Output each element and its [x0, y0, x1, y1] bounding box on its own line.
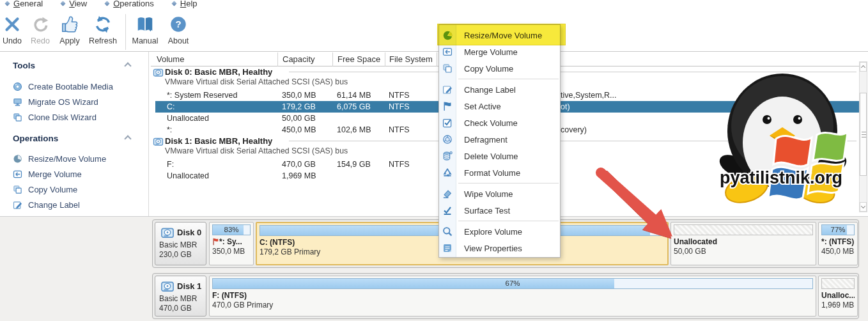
partition-label: *: Sy...	[219, 237, 242, 246]
column-free-space[interactable]: Free Space	[337, 54, 380, 64]
partition-label: Unallocated	[674, 237, 813, 246]
pencil-icon	[442, 84, 453, 95]
sidebar-item-clone-disk-wizard[interactable]: Clone Disk Wizard	[0, 109, 149, 125]
sidebar-item-copy-volume[interactable]: Copy Volume	[0, 182, 149, 197]
menu-help[interactable]: Help	[172, 0, 198, 8]
chevron-down-icon	[861, 204, 865, 208]
sidebar-item-merge-volume[interactable]: Merge Volume	[0, 166, 149, 182]
partition-size: 470,0 GB Primary	[212, 301, 813, 309]
refresh-icon	[84, 13, 121, 36]
scrollbar-thumb[interactable]	[860, 93, 867, 176]
disc-icon	[13, 82, 22, 91]
context-item-resize-move-volume[interactable]: Resize/Move Volume	[439, 27, 560, 43]
refresh-button[interactable]: Refresh	[84, 13, 121, 45]
surface-test-icon	[442, 205, 453, 215]
disk-icon	[153, 136, 164, 147]
sidebar-item-change-label[interactable]: Change Label	[0, 197, 149, 212]
context-item-format-volume[interactable]: Format Volume	[439, 164, 560, 181]
menu-help-label: Help	[180, 0, 198, 8]
sidebar-item-resize-move-volume[interactable]: Resize/Move Volume	[0, 151, 149, 166]
partition-size: 350,0 MB	[212, 247, 251, 256]
sidebar-item-label: Create Bootable Media	[28, 82, 113, 91]
menu-operations[interactable]: Operations	[105, 0, 154, 8]
properties-icon	[442, 243, 453, 253]
migrate-icon	[13, 97, 22, 107]
context-item-wipe-volume[interactable]: Wipe Volume	[439, 185, 560, 202]
refresh-label: Refresh	[84, 36, 121, 45]
sidebar-section-operations: Operations	[13, 134, 58, 143]
context-item-copy-volume[interactable]: Copy Volume	[439, 60, 560, 77]
context-item-delete-volume[interactable]: Delete Volume	[439, 148, 560, 164]
sidebar-item-label: Merge Volume	[28, 169, 82, 179]
vertical-scrollbar[interactable]	[859, 61, 867, 212]
context-item-check-volume[interactable]: Check Volume	[439, 114, 560, 131]
apply-button[interactable]: Apply	[56, 13, 83, 45]
menu-diamond-icon	[4, 1, 10, 6]
sidebar-item-label: Copy Volume	[28, 185, 77, 194]
context-item-surface-test[interactable]: Surface Test	[439, 202, 560, 219]
unallocated-bar	[674, 224, 813, 235]
context-item-explore-volume[interactable]: Explore Volume	[439, 223, 560, 240]
redo-label: Redo	[28, 36, 52, 45]
menu-separator	[458, 221, 559, 221]
context-item-change-label[interactable]: Change Label	[439, 81, 560, 98]
partition-label: *: (NTFS)	[821, 237, 855, 246]
disk1-subtitle: VMware Virtual disk Serial Attached SCSI…	[165, 146, 348, 155]
disk1-bar-row: Disk 1 Basic MBR 470,0 GB 67% F: (NTFS) …	[152, 273, 859, 319]
apply-icon	[56, 13, 83, 36]
copy-icon	[13, 185, 22, 194]
sidebar-item-label: Change Label	[28, 200, 80, 210]
disk0-info-block[interactable]: Disk 0 Basic MBR 230,0 GB	[155, 222, 206, 265]
defragment-icon	[442, 134, 453, 145]
partition-system-reserved[interactable]: 83% *: Sy... 350,0 MB	[209, 222, 254, 265]
menu-view-label: View	[69, 0, 87, 8]
redo-button[interactable]: Redo	[28, 13, 52, 45]
about-icon	[164, 13, 192, 36]
partition-unallocated-disk1[interactable]: Unalloc... 1,969 MB	[818, 276, 858, 317]
menu-diamond-icon	[171, 1, 176, 6]
disk1-info-block[interactable]: Disk 1 Basic MBR 470,0 GB	[155, 276, 206, 317]
column-capacity[interactable]: Capacity	[283, 54, 315, 64]
scroll-down-button[interactable]	[860, 202, 867, 212]
merge-icon	[442, 47, 453, 57]
checkbox-icon	[442, 118, 453, 128]
menu-general-label: General	[13, 0, 43, 8]
scroll-up-button[interactable]	[860, 62, 867, 72]
disk1-title: Disk 1: Basic MBR, Healthy	[165, 136, 272, 146]
disk-icon	[160, 279, 175, 294]
disk0-subtitle: VMware Virtual disk Serial Attached SCSI…	[165, 77, 348, 86]
sidebar-item-migrate-os-wizard[interactable]: Migrate OS Wizard	[0, 94, 149, 109]
copy-icon	[442, 63, 453, 74]
column-file-system[interactable]: File System	[389, 54, 433, 64]
menu-operations-label: Operations	[113, 0, 154, 8]
collapse-operations-icon[interactable]	[124, 135, 131, 142]
partition-unallocated-disk0[interactable]: Unallocated 50,00 GB	[670, 222, 816, 265]
collapse-tools-icon[interactable]	[124, 62, 131, 69]
redo-icon	[28, 13, 52, 36]
usage-bar: 83%	[212, 224, 251, 235]
menu-separator	[458, 79, 559, 79]
menu-bar: General View Operations Help	[0, 0, 868, 9]
merge-icon	[13, 169, 22, 179]
eraser-icon	[442, 189, 453, 199]
menu-separator	[458, 183, 559, 184]
disk1-type: Basic MBR	[159, 294, 206, 303]
magnifier-icon	[442, 226, 453, 237]
about-button[interactable]: About	[164, 13, 192, 45]
menu-general[interactable]: General	[5, 0, 43, 8]
context-item-set-active[interactable]: Set Active	[439, 98, 560, 114]
toolbar-separator	[125, 14, 126, 50]
pencil-icon	[13, 200, 22, 210]
column-volume[interactable]: Volume	[157, 54, 184, 64]
undo-button[interactable]: Undo	[0, 13, 24, 45]
context-item-view-properties[interactable]: View Properties	[439, 240, 560, 256]
partition-recovery[interactable]: 77% *: (NTFS) 450,0 MB	[818, 222, 858, 265]
partition-f-drive[interactable]: 67% F: (NTFS) 470,0 GB Primary	[209, 276, 816, 317]
sidebar-item-create-bootable-media[interactable]: Create Bootable Media	[0, 79, 149, 94]
manual-button[interactable]: Manual	[130, 13, 160, 45]
context-item-merge-volume[interactable]: Merge Volume	[439, 43, 560, 60]
usage-percent: 83%	[213, 226, 250, 233]
menu-view[interactable]: View	[61, 0, 87, 8]
undo-label: Undo	[0, 36, 24, 45]
context-item-defragment[interactable]: Defragment	[439, 131, 560, 148]
